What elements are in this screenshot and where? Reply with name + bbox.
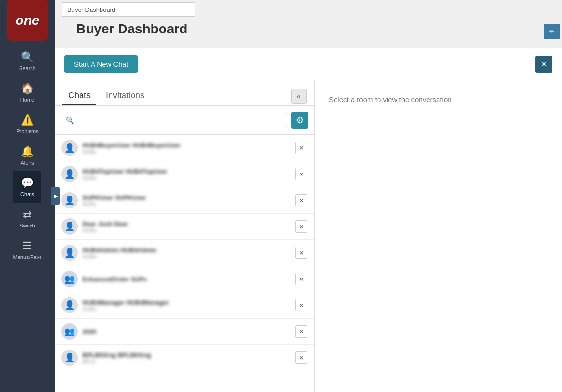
chat-list-item[interactable]: 👥 EnhancedOrder SUPs ✕	[55, 266, 314, 292]
chat-avatar: 👤	[61, 140, 78, 156]
remove-chat-button[interactable]: ✕	[295, 325, 307, 338]
chat-list-item[interactable]: 👤 HUB4Admin HUB4Admin HUBa ✕	[55, 240, 314, 266]
chat-name: Dear Josh Dear	[82, 220, 295, 227]
chat-info: HUB4TopUser HUB4TopUser HUBu	[82, 168, 295, 181]
chat-avatar: 👤	[61, 166, 78, 182]
switch-icon: ⇄	[23, 208, 31, 221]
sidebar-item-search[interactable]: 🔍 Search	[13, 45, 42, 77]
chat-info: 2020	[82, 328, 295, 335]
remove-chat-button[interactable]: ✕	[295, 194, 307, 206]
chat-info: BPLBKKng BPLBKKng BPLb	[82, 351, 295, 364]
chat-sub: HUBa	[82, 254, 295, 259]
chat-sub: BPLb	[82, 359, 295, 364]
chat-avatar: 👤	[61, 218, 78, 235]
chat-list-item[interactable]: 👤 Dear Josh Dear HUBu ✕	[55, 214, 314, 240]
remove-chat-button[interactable]: ✕	[295, 220, 307, 233]
app-logo: one	[7, 0, 48, 41]
sidebar-label-home: Home	[20, 97, 34, 103]
collapse-panel-button[interactable]: «	[291, 89, 307, 104]
chat-list-item[interactable]: 👤 HUB4TopUser HUB4TopUser HUBu ✕	[55, 161, 314, 187]
chat-name: HUB4BuyerUser HUB4BuyerUser	[82, 142, 295, 149]
sidebar-label-switch: Switch	[20, 223, 35, 228]
chat-avatar: 👤	[61, 297, 78, 313]
chat-list-item[interactable]: 👥 2020 ✕	[55, 319, 314, 345]
chat-items-list: 👤 HUB4BuyerUser HUB4BuyerUser HUBu ✕ 👤 H…	[55, 135, 314, 392]
sidebar-item-menus[interactable]: ☰ Menus/Favs	[13, 234, 42, 266]
chat-name: HUB4TopUser HUB4TopUser	[82, 168, 295, 175]
chat-list-item[interactable]: 👤 HUB4BuyerUser HUB4BuyerUser HUBu ✕	[55, 135, 314, 161]
chat-name: BPLBKKng BPLBKKng	[82, 351, 295, 359]
home-icon: 🏠	[21, 83, 34, 95]
chat-name: 2020	[82, 328, 295, 335]
chat-list-item[interactable]: 👤 HUB4Manager HUB4Manager HUBu ✕	[55, 292, 314, 319]
menus-icon: ☰	[22, 240, 32, 252]
filter-button[interactable]: ⚙	[291, 112, 308, 129]
search-input[interactable]	[77, 116, 282, 124]
chat-info: HUB4Manager HUB4Manager HUBu	[82, 299, 295, 312]
remove-chat-button[interactable]: ✕	[295, 142, 307, 154]
chat-avatar: 👥	[61, 271, 78, 287]
chat-sub: HUBu	[82, 149, 295, 155]
sidebar-item-switch[interactable]: ⇄ Switch	[13, 203, 42, 234]
sidebar-collapse-arrow[interactable]: ▶	[51, 187, 60, 205]
chat-sub: HUBu	[82, 227, 295, 233]
remove-chat-button[interactable]: ✕	[295, 299, 307, 311]
background-edit-button: ✏	[544, 24, 560, 39]
filter-icon: ⚙	[296, 115, 304, 125]
sidebar: one 🔍 Search 🏠 Home ⚠️ Problems 🔔 Alerts…	[0, 0, 55, 392]
chat-name: HUB4Manager HUB4Manager	[82, 299, 295, 306]
sidebar-item-alerts[interactable]: 🔔 Alerts	[13, 140, 42, 171]
chat-info: HUB4BuyerUser HUB4BuyerUser HUBu	[82, 142, 295, 155]
chat-info: EnhancedOrder SUPs	[82, 276, 295, 283]
chat-info: Dear Josh Dear HUBu	[82, 220, 295, 233]
chat-avatar: 👤	[61, 350, 78, 366]
tab-invitations[interactable]: Invitations	[100, 87, 150, 105]
chat-name: HUB4Admin HUB4Admin	[82, 247, 295, 254]
chat-name: EnhancedOrder SUPs	[82, 276, 295, 283]
chat-avatar: 👤	[61, 245, 78, 261]
chat-list-item[interactable]: 👤 SUPKUser SUPKUser SUPk ✕	[55, 187, 314, 214]
chat-sub: SUPk	[82, 201, 295, 207]
chat-info: SUPKUser SUPKUser SUPk	[82, 194, 295, 207]
remove-chat-button[interactable]: ✕	[295, 247, 307, 259]
collapse-icon: «	[297, 93, 301, 100]
sidebar-label-problems: Problems	[16, 128, 38, 134]
chat-sub: HUBu	[82, 175, 295, 181]
chat-list-item[interactable]: 👤 BPLBKKng BPLBKKng BPLb ✕	[55, 345, 314, 371]
background-title-bar: Buyer Dashboard	[62, 2, 195, 17]
chat-overlay-panel: Start A New Chat ✕ Chats Invitations «	[55, 48, 562, 392]
chat-sub: HUBu	[82, 306, 295, 312]
search-input-wrap: 🔍	[61, 113, 287, 127]
sidebar-item-problems[interactable]: ⚠️ Problems	[13, 108, 42, 140]
chat-name: SUPKUser SUPKUser	[82, 194, 295, 201]
chat-avatar: 👥	[61, 323, 78, 340]
sidebar-item-chats[interactable]: 💬 Chats	[13, 171, 42, 203]
tabs-row: Chats Invitations «	[55, 81, 314, 106]
chat-overlay-header: Start A New Chat ✕	[55, 48, 562, 81]
sidebar-label-chats: Chats	[20, 191, 34, 197]
chat-info: HUB4Admin HUB4Admin HUBa	[82, 247, 295, 259]
chat-list-panel: Chats Invitations « 🔍 ⚙	[55, 81, 315, 392]
remove-chat-button[interactable]: ✕	[295, 273, 307, 285]
select-room-text: Select a room to view the conversation	[329, 95, 452, 103]
sidebar-label-menus: Menus/Favs	[13, 254, 42, 260]
alerts-icon: 🔔	[21, 145, 34, 158]
close-icon: ✕	[541, 59, 548, 70]
chats-icon: 💬	[21, 177, 34, 189]
chat-right-panel: Select a room to view the conversation	[315, 81, 562, 392]
remove-chat-button[interactable]: ✕	[295, 168, 307, 180]
sidebar-label-alerts: Alerts	[20, 160, 34, 165]
chat-avatar: 👤	[61, 192, 78, 208]
search-icon: 🔍	[66, 116, 74, 124]
problems-icon: ⚠️	[21, 114, 34, 126]
background-main-title: Buyer Dashboard	[76, 21, 187, 37]
close-overlay-button[interactable]: ✕	[535, 56, 552, 73]
chat-overlay-body: Chats Invitations « 🔍 ⚙	[55, 81, 562, 392]
sidebar-item-home[interactable]: 🏠 Home	[13, 77, 42, 108]
tab-chats[interactable]: Chats	[62, 87, 96, 105]
remove-chat-button[interactable]: ✕	[295, 351, 307, 364]
bg-tab-label: Buyer Dashboard	[67, 6, 115, 13]
sidebar-label-search: Search	[19, 65, 36, 71]
start-chat-button[interactable]: Start A New Chat	[64, 55, 138, 73]
search-row: 🔍 ⚙	[55, 106, 314, 135]
